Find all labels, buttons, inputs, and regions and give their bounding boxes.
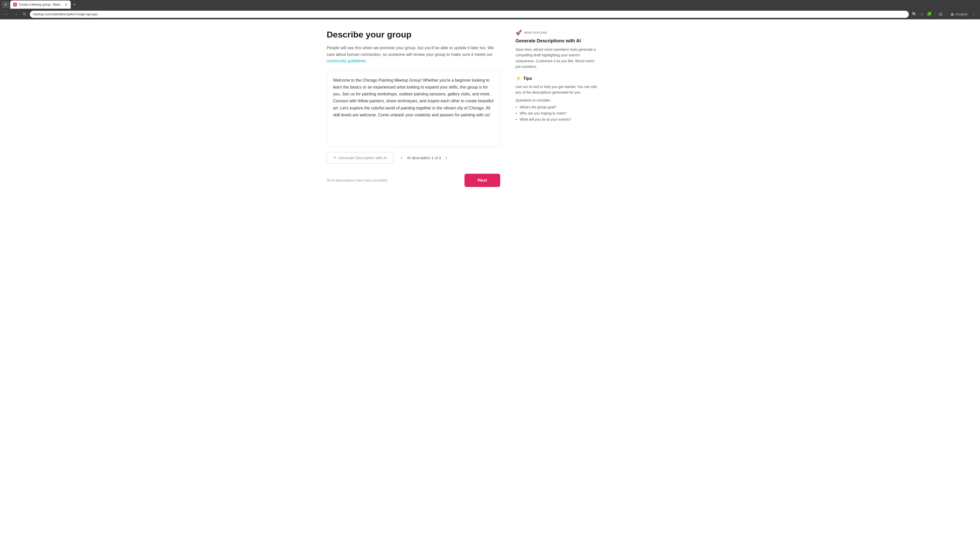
menu-icon[interactable]: ⋮: [971, 11, 977, 17]
incognito-hat-icon: 🕵: [950, 13, 954, 16]
extensions-icon[interactable]: 🧩: [926, 11, 933, 17]
page-content: Describe your group People will see this…: [311, 19, 669, 539]
new-feature-label: NEW FEATURE: [524, 31, 547, 34]
feature-desc: Save time, attract more members! Auto-ge…: [515, 47, 597, 70]
list-item: Who are you hoping to meet?: [515, 110, 597, 117]
address-bar[interactable]: meetup.com/start/description?origin=grou…: [30, 11, 909, 18]
prev-description-button[interactable]: ‹: [399, 155, 404, 161]
ai-description-label: AI description 1 of 3: [407, 156, 441, 160]
new-feature-badge: 🚀 NEW FEATURE: [515, 30, 597, 36]
feature-title: Generate Descriptions with AI: [515, 38, 597, 44]
ai-pagination: ‹ AI description 1 of 3 ›: [399, 155, 449, 161]
tips-header: ⚡ Tips: [515, 76, 597, 81]
tips-title: Tips: [523, 76, 532, 81]
ai-note: All AI descriptions have been provided: [327, 178, 387, 183]
bottom-bar: All AI descriptions have been provided N…: [327, 170, 500, 191]
incognito-button[interactable]: 🕵 Incognito: [948, 11, 970, 17]
ai-controls: ✦ Generate Description with AI ‹ AI desc…: [327, 152, 500, 164]
tab-favicon: M: [13, 3, 17, 6]
group-description: Welcome to the Chicago Painting Meetup G…: [333, 77, 494, 118]
bookmark-icon[interactable]: ☆: [919, 11, 924, 17]
toolbar-icons: 🔍 ☆ 🧩 | ⊟ | 🕵 Incognito ⋮: [911, 11, 977, 17]
incognito-label: Incognito: [955, 13, 968, 16]
generate-btn-label: Generate Description with AI: [339, 156, 387, 160]
list-item: What's the group goal?: [515, 104, 597, 110]
subtitle-text: People will see this when we promote you…: [327, 46, 494, 57]
sparkle-icon: ✦: [333, 156, 336, 160]
tips-list: What's the group goal? Who are you hopin…: [515, 104, 597, 122]
new-tab-button[interactable]: +: [72, 2, 78, 7]
list-item: What will you do at your events?: [515, 117, 597, 123]
next-button[interactable]: Next: [465, 174, 500, 187]
active-tab[interactable]: M Create a Meetup group - Meet... ✕: [10, 0, 71, 9]
page-subtitle: People will see this when we promote you…: [327, 44, 500, 64]
lightning-icon: ⚡: [515, 76, 521, 81]
reload-button[interactable]: ↻: [21, 11, 28, 17]
rocket-icon: 🚀: [515, 30, 522, 36]
close-tab-icon[interactable]: ✕: [65, 3, 68, 6]
tips-questions-label: Questions to consider:: [515, 98, 597, 102]
left-panel: Describe your group People will see this…: [327, 30, 500, 529]
search-icon[interactable]: 🔍: [911, 11, 918, 17]
right-panel: 🚀 NEW FEATURE Generate Descriptions with…: [515, 30, 597, 529]
community-guidelines-link[interactable]: community guidelines: [327, 59, 366, 63]
tab-group-button[interactable]: ▼: [2, 1, 9, 8]
back-button[interactable]: ←: [3, 11, 10, 17]
generate-description-button[interactable]: ✦ Generate Description with AI: [327, 152, 393, 164]
forward-button[interactable]: →: [12, 11, 19, 17]
url-text: meetup.com/start/description?origin=grou…: [33, 12, 97, 16]
description-textarea[interactable]: Welcome to the Chicago Painting Meetup G…: [327, 70, 500, 147]
tab-bar: ▼ M Create a Meetup group - Meet... ✕ +: [0, 0, 980, 9]
browser-toolbar: ← → ↻ meetup.com/start/description?origi…: [0, 9, 980, 19]
tab-title: Create a Meetup group - Meet...: [19, 3, 62, 6]
subtitle-end: .: [366, 59, 367, 63]
split-view-icon[interactable]: ⊟: [938, 11, 943, 17]
next-description-button[interactable]: ›: [444, 155, 449, 161]
tips-desc: Use our AI tool to help you get started.…: [515, 84, 597, 95]
tips-section: ⚡ Tips Use our AI tool to help you get s…: [515, 76, 597, 123]
page-title: Describe your group: [327, 30, 500, 40]
